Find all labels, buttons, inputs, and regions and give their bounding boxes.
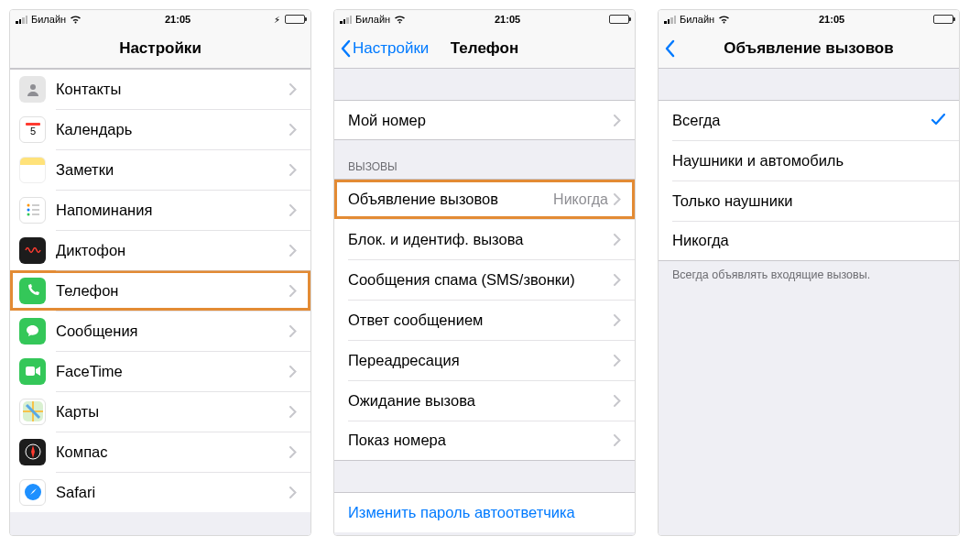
section-footer: Всегда объявлять входящие вызовы. [659,261,959,289]
status-bar: Билайн 21:05 ⚡︎ [10,10,310,28]
row-phone[interactable]: Телефон [10,270,310,311]
row-label: Изменить пароль автоответчика [348,504,621,521]
row-calendar[interactable]: 5 Календарь [10,109,310,149]
row-voice-memos[interactable]: Диктофон [10,230,310,270]
option-headphones-car[interactable]: Наушники и автомобиль [659,140,959,181]
row-safari[interactable]: Safari [10,472,310,512]
svg-rect-9 [26,366,35,376]
carrier-label: Билайн [31,14,66,25]
carrier-label: Билайн [680,14,714,25]
chevron-right-icon [289,204,297,216]
chevron-right-icon [614,193,621,205]
screen-settings: Билайн 21:05 ⚡︎ Настройки Контакты [9,9,311,536]
settings-list: Контакты 5 Календарь Заметки Напоминания [10,69,310,535]
messages-icon [19,318,46,345]
nav-bar: Настройки Телефон [334,28,635,69]
carrier-label: Билайн [355,14,390,25]
chevron-right-icon [614,355,621,366]
chevron-right-icon [614,274,621,286]
option-headphones-only[interactable]: Только наушники [659,181,959,221]
reminders-icon [19,197,46,224]
row-label: Объявление вызовов [348,191,553,208]
row-label: Сообщения [56,323,289,340]
calendar-icon: 5 [19,116,46,143]
row-label: Ответ сообщением [348,312,614,329]
row-label: Ожидание вызова [348,392,614,410]
row-call-waiting[interactable]: Ожидание вызова [334,380,635,421]
nav-bar: Настройки [10,28,310,69]
chevron-right-icon [289,124,297,136]
charging-icon: ⚡︎ [274,15,280,25]
wifi-icon [70,16,82,24]
clock-label: 21:05 [495,14,520,25]
row-notes[interactable]: Заметки [10,149,310,190]
svg-rect-7 [32,209,39,211]
option-label: Всегда [672,112,931,129]
signal-bars-icon [340,16,352,24]
wifi-icon [718,16,730,24]
row-reply-msg[interactable]: Ответ сообщением [334,300,635,340]
chevron-right-icon [614,314,621,326]
row-label: Safari [56,484,289,501]
row-label: Показ номера [348,432,614,449]
row-label: Телефон [56,282,289,300]
option-label: Никогда [672,232,945,249]
row-forwarding[interactable]: Переадресация [334,340,635,380]
svg-point-5 [27,213,29,216]
row-label: Блок. и идентиф. вызова [348,231,614,248]
screen-phone-settings: Билайн 21:05 Настройки Телефон Мой номер… [333,9,636,536]
row-maps[interactable]: Карты [10,391,310,432]
row-compass[interactable]: Компас [10,432,310,472]
back-button[interactable]: Настройки [334,39,429,58]
chevron-right-icon [614,434,621,446]
row-messages[interactable]: Сообщения [10,311,310,351]
row-label: Календарь [56,121,289,138]
chevron-right-icon [614,234,621,246]
phone-settings-list: Мой номер ВЫЗОВЫ Объявление вызовов Нико… [334,69,635,535]
option-always[interactable]: Всегда [659,100,959,140]
contacts-icon [19,76,46,103]
chevron-right-icon [614,395,621,407]
back-label: Настройки [353,39,429,58]
option-label: Наушники и автомобиль [672,152,945,170]
svg-rect-6 [32,204,39,206]
svg-text:5: 5 [29,126,35,137]
page-title: Настройки [10,39,310,58]
row-reminders[interactable]: Напоминания [10,190,310,230]
row-label: Компас [56,443,289,461]
maps-icon [19,399,46,425]
notes-icon [19,157,46,183]
chevron-right-icon [289,366,297,377]
row-facetime[interactable]: FaceTime [10,351,310,391]
row-label: FaceTime [56,363,289,380]
row-value: Никогда [553,191,608,208]
signal-bars-icon [664,16,676,24]
checkmark-icon [931,112,945,129]
status-bar: Билайн 21:05 [334,10,635,28]
option-never[interactable]: Никогда [659,221,959,261]
row-my-number[interactable]: Мой номер [334,100,635,140]
back-button[interactable] [659,39,677,58]
section-header-calls: ВЫЗОВЫ [334,140,635,179]
row-voicemail-password[interactable]: Изменить пароль автоответчика [334,492,635,532]
row-contacts[interactable]: Контакты [10,69,310,109]
row-block-id[interactable]: Блок. и идентиф. вызова [334,219,635,259]
row-label: Заметки [56,161,289,179]
row-caller-id[interactable]: Показ номера [334,421,635,461]
row-label: Сообщения спама (SMS/звонки) [348,271,614,289]
svg-rect-8 [32,213,39,215]
chevron-right-icon [289,487,297,498]
safari-icon [19,479,46,506]
svg-point-3 [27,204,29,207]
row-label: Переадресация [348,352,614,369]
row-label: Диктофон [56,242,289,259]
chevron-right-icon [289,245,297,257]
chevron-right-icon [289,406,297,418]
status-bar: Билайн 21:05 [659,10,959,28]
row-spam[interactable]: Сообщения спама (SMS/звонки) [334,259,635,300]
row-announce-calls[interactable]: Объявление вызовов Никогда [334,179,635,219]
chevron-right-icon [289,446,297,458]
facetime-icon [19,358,46,385]
chevron-right-icon [614,115,621,126]
screen-announce-calls: Билайн 21:05 Объявление вызовов Всегда Н… [658,9,960,536]
